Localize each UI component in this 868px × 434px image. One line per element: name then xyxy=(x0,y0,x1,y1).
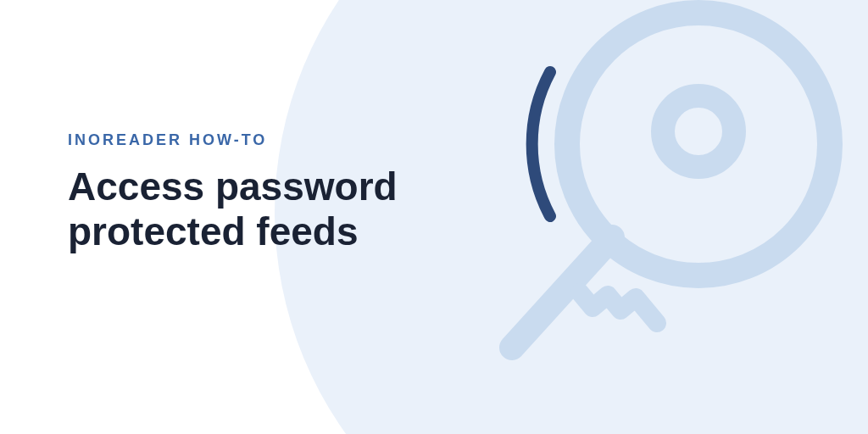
headline: Access password protected feeds xyxy=(68,164,492,254)
hero-text-block: INOREADER HOW-TO Access password protect… xyxy=(68,131,492,254)
key-icon xyxy=(461,0,868,434)
svg-point-1 xyxy=(663,96,734,167)
eyebrow-label: INOREADER HOW-TO xyxy=(68,131,492,149)
